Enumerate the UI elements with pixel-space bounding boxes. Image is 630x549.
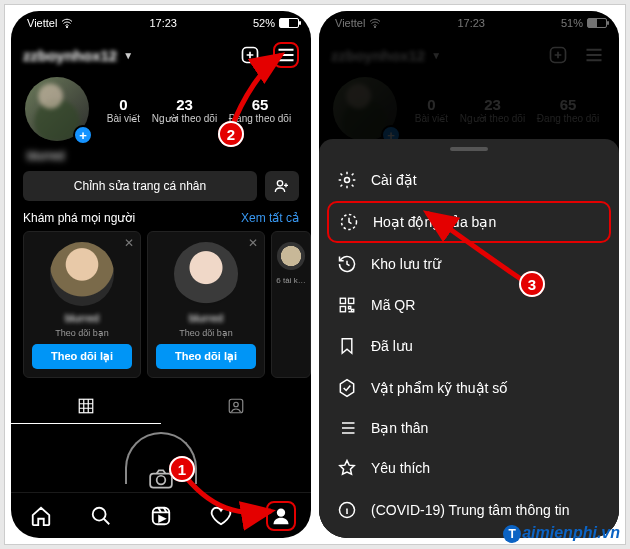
create-button[interactable] <box>237 42 263 68</box>
menu-your-activity[interactable]: Hoạt động của bạn <box>327 201 611 243</box>
stat-posts[interactable]: 0 Bài viết <box>107 96 140 124</box>
menu-label: Hoạt động của bạn <box>373 214 496 230</box>
svg-rect-3 <box>79 399 93 413</box>
svg-rect-4 <box>229 399 243 413</box>
close-icon[interactable]: ✕ <box>124 236 134 250</box>
menu-settings[interactable]: Cài đặt <box>319 159 619 201</box>
status-bar: Viettel 17:23 52% <box>11 11 311 35</box>
menu-label: Yêu thích <box>371 460 430 476</box>
suggestion-card[interactable]: 6 tài k… <box>271 231 311 378</box>
svg-point-10 <box>277 508 285 516</box>
info-icon <box>337 500 357 520</box>
display-name: blurred <box>11 145 311 171</box>
suggestion-card[interactable]: ✕ blurred Theo dõi bạn Theo dõi lại <box>147 231 265 378</box>
menu-label: Kho lưu trữ <box>371 256 441 272</box>
svg-point-13 <box>345 178 350 183</box>
svg-point-8 <box>93 507 106 520</box>
bookmark-icon <box>337 336 357 356</box>
menu-favorites[interactable]: Yêu thích <box>319 447 619 489</box>
menu-saved[interactable]: Đã lưu <box>319 325 619 367</box>
svg-point-5 <box>234 402 239 407</box>
wifi-icon <box>61 18 73 28</box>
nav-activity[interactable] <box>206 501 236 531</box>
annotation-step-1: 1 <box>169 456 195 482</box>
carrier-label: Viettel <box>27 17 57 29</box>
menu-label: Mã QR <box>371 297 415 313</box>
nav-reels[interactable] <box>146 501 176 531</box>
activity-icon <box>339 212 359 232</box>
profile-header: zzboynhox12 ▼ <box>11 35 311 75</box>
menu-label: Vật phẩm kỹ thuật số <box>371 380 508 396</box>
svg-rect-17 <box>340 307 345 312</box>
nav-profile[interactable] <box>266 501 296 531</box>
chevron-down-icon[interactable]: ▼ <box>123 50 133 61</box>
nav-search[interactable] <box>86 501 116 531</box>
battery-percent: 52% <box>253 17 275 29</box>
close-icon[interactable]: ✕ <box>248 236 258 250</box>
grid-tab[interactable] <box>11 388 161 424</box>
svg-point-7 <box>157 476 166 485</box>
menu-label: Đã lưu <box>371 338 413 354</box>
phone-right: Viettel 17:23 51% zzboynhox12 ▼ + 0Bài v… <box>319 11 619 538</box>
stat-following[interactable]: 65 Đang theo dõi <box>229 96 291 124</box>
star-icon <box>337 458 357 478</box>
list-icon <box>337 420 357 436</box>
discover-cards[interactable]: ✕ blurred Theo dõi bạn Theo dõi lại ✕ bl… <box>11 231 311 378</box>
add-story-badge[interactable]: + <box>73 125 93 145</box>
settings-sheet: Cài đặt Hoạt động của bạn Kho lưu trữ Mã… <box>319 139 619 538</box>
phone-left: Viettel 17:23 52% zzboynhox12 ▼ + 0 <box>11 11 311 538</box>
svg-point-0 <box>67 26 68 27</box>
menu-label: (COVID-19) Trung tâm thông tin <box>371 502 569 518</box>
sheet-grabber[interactable] <box>450 147 488 151</box>
annotation-step-2: 2 <box>218 121 244 147</box>
svg-rect-15 <box>340 298 345 303</box>
menu-close-friends[interactable]: Bạn thân <box>319 409 619 447</box>
svg-rect-16 <box>349 298 354 303</box>
menu-digital-collectibles[interactable]: Vật phẩm kỹ thuật số <box>319 367 619 409</box>
bottom-nav <box>11 492 311 538</box>
gear-icon <box>337 170 357 190</box>
battery-icon <box>279 18 299 28</box>
history-icon <box>337 254 357 274</box>
suggestion-card[interactable]: ✕ blurred Theo dõi bạn Theo dõi lại <box>23 231 141 378</box>
nav-home[interactable] <box>26 501 56 531</box>
avatar[interactable]: + <box>25 77 91 143</box>
clock: 17:23 <box>149 17 177 29</box>
profile-tabs <box>11 388 311 424</box>
menu-label: Bạn thân <box>371 420 428 436</box>
menu-button[interactable] <box>273 42 299 68</box>
see-all-link[interactable]: Xem tất cả <box>241 211 299 225</box>
watermark: Taimienphi.vn <box>503 524 620 543</box>
follow-back-button[interactable]: Theo dõi lại <box>156 344 256 369</box>
discover-title: Khám phá mọi người <box>23 211 135 225</box>
qr-icon <box>337 296 357 314</box>
hexagon-check-icon <box>337 378 357 398</box>
menu-qr[interactable]: Mã QR <box>319 285 619 325</box>
edit-profile-button[interactable]: Chỉnh sửa trang cá nhân <box>23 171 257 201</box>
menu-label: Cài đặt <box>371 172 417 188</box>
discover-people-button[interactable] <box>265 171 299 201</box>
svg-point-2 <box>277 181 282 186</box>
menu-archive[interactable]: Kho lưu trữ <box>319 243 619 285</box>
profile-stats: 0 Bài viết 23 Người theo dõi 65 Đang the… <box>101 96 297 124</box>
username[interactable]: zzboynhox12 <box>23 47 117 64</box>
tagged-tab[interactable] <box>161 388 311 424</box>
stat-followers[interactable]: 23 Người theo dõi <box>152 96 217 124</box>
annotation-step-3: 3 <box>519 271 545 297</box>
follow-back-button[interactable]: Theo dõi lại <box>32 344 132 369</box>
